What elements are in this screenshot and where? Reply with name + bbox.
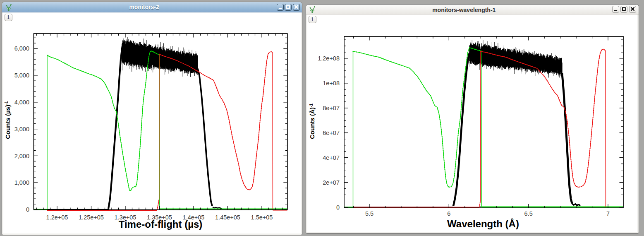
svg-text:Time-of-flight (µs): Time-of-flight (µs)	[119, 219, 203, 230]
svg-text:4e+07: 4e+07	[323, 154, 340, 161]
svg-text:5,000: 5,000	[14, 72, 29, 79]
svg-text:6,000: 6,000	[14, 45, 29, 52]
svg-text:2,000: 2,000	[14, 153, 29, 159]
svg-text:3,000: 3,000	[14, 126, 29, 132]
svg-text:0: 0	[336, 204, 340, 211]
svg-text:Wavelength (Å): Wavelength (Å)	[447, 218, 519, 229]
svg-text:0: 0	[26, 206, 29, 213]
svg-text:8e+07: 8e+07	[323, 105, 340, 111]
svg-text:Counts (Å)-1: Counts (Å)-1	[309, 104, 316, 139]
svg-text:6: 6	[447, 210, 450, 217]
svg-text:Counts (µs)-1: Counts (µs)-1	[4, 101, 11, 139]
svg-text:6e+07: 6e+07	[323, 130, 340, 136]
svg-text:1.2e+08: 1.2e+08	[318, 55, 340, 62]
svg-text:1e+08: 1e+08	[323, 80, 340, 87]
svg-text:1.2e+05: 1.2e+05	[46, 214, 68, 221]
svg-text:1.45e+05: 1.45e+05	[215, 214, 240, 221]
svg-text:4,000: 4,000	[14, 99, 29, 106]
svg-text:2e+07: 2e+07	[323, 179, 340, 186]
svg-text:1,000: 1,000	[14, 179, 29, 186]
svg-text:6.5: 6.5	[524, 210, 533, 217]
svg-text:1.25e+05: 1.25e+05	[79, 214, 104, 221]
svg-text:1.5e+05: 1.5e+05	[251, 214, 273, 221]
svg-text:5.5: 5.5	[365, 210, 373, 217]
svg-text:7: 7	[606, 210, 610, 217]
